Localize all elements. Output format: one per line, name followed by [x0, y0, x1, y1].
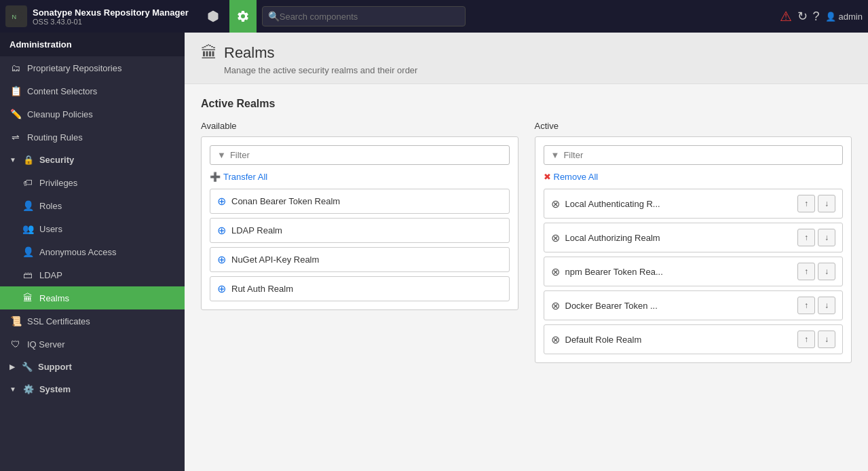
search-input[interactable]	[280, 12, 459, 22]
help-icon[interactable]: ?	[813, 10, 820, 24]
move-down-btn-1[interactable]: ↓	[818, 229, 835, 246]
page-header: 🏛 Realms Manage the active security real…	[185, 33, 868, 84]
sidebar-item-anonymous-access[interactable]: 👤 Anonymous Access	[0, 240, 185, 263]
move-btns-2: ↑ ↓	[797, 263, 835, 280]
remove-all-icon: ✖	[544, 172, 551, 182]
sidebar-item-iq-server[interactable]: 🛡 IQ Server	[0, 333, 185, 356]
topnav-right: ⚠ ↻ ? 👤 admin	[780, 8, 863, 24]
available-box: ▼ ➕ Transfer All ⊕ Conan Bearer Token Re…	[201, 136, 518, 310]
sidebar-label-iq-server: IQ Server	[27, 339, 65, 350]
sidebar-label-anonymous-access: Anonymous Access	[39, 247, 116, 257]
page-body: Active Realms Available ▼ ➕	[185, 84, 868, 377]
sidebar: Administration 🗂 Proprietary Repositorie…	[0, 33, 185, 471]
list-item: ⊕ Conan Bearer Token Realm	[210, 189, 510, 214]
anonymous-access-icon: 👤	[22, 246, 34, 257]
sidebar-item-proprietary-repositories[interactable]: 🗂 Proprietary Repositories	[0, 56, 185, 79]
transfer-all-link[interactable]: ➕ Transfer All	[210, 172, 510, 182]
refresh-icon[interactable]: ↻	[797, 9, 808, 24]
add-icon-1[interactable]: ⊕	[217, 224, 226, 237]
app-logo: N	[5, 5, 27, 27]
move-up-btn-2[interactable]: ↑	[797, 263, 815, 280]
active-box: ▼ ✖ Remove All ⊗ Local Authenticating R.…	[535, 136, 852, 363]
transfer-all-icon: ➕	[210, 172, 221, 182]
move-up-btn-1[interactable]: ↑	[797, 229, 815, 246]
remove-icon-2[interactable]: ⊗	[551, 265, 560, 278]
box-icon-button[interactable]	[200, 0, 227, 33]
main-content: 🏛 Realms Manage the active security real…	[185, 33, 868, 471]
remove-all-link[interactable]: ✖ Remove All	[544, 172, 844, 182]
error-icon[interactable]: ⚠	[780, 8, 792, 24]
list-item: ⊗ Local Authenticating R... ↑ ↓	[544, 189, 844, 219]
realm-name-npm: npm Bearer Token Rea...	[565, 267, 793, 277]
remove-icon-3[interactable]: ⊗	[551, 299, 560, 312]
list-item: ⊗ Docker Bearer Token ... ↑ ↓	[544, 290, 844, 320]
add-icon-0[interactable]: ⊕	[217, 195, 226, 208]
sidebar-item-routing-rules[interactable]: ⇌ Routing Rules	[0, 126, 185, 149]
add-icon-2[interactable]: ⊕	[217, 253, 226, 266]
sidebar-label-ldap: LDAP	[39, 270, 62, 280]
cleanup-policies-icon: ✏️	[10, 109, 22, 119]
move-down-btn-2[interactable]: ↓	[818, 263, 835, 280]
iq-server-icon: 🛡	[10, 339, 22, 350]
active-filter-input[interactable]	[563, 150, 835, 160]
sidebar-item-users[interactable]: 👥 Users	[0, 217, 185, 240]
content-selectors-icon: 📋	[10, 86, 22, 96]
sidebar-item-realms[interactable]: 🏛 Realms	[0, 286, 185, 309]
sidebar-item-roles[interactable]: 👤 Roles	[0, 194, 185, 217]
username-label: admin	[839, 12, 863, 22]
roles-icon: 👤	[22, 200, 34, 211]
realms-icon: 🏛	[22, 293, 34, 303]
page-header-title: 🏛 Realms	[201, 43, 852, 62]
ldap-icon: 🗃	[22, 269, 34, 280]
sidebar-label-content-selectors: Content Selectors	[27, 86, 97, 96]
sidebar-group-system[interactable]: ▼ ⚙️ System	[0, 378, 185, 400]
available-filter-input[interactable]	[230, 150, 502, 160]
move-btns-3: ↑ ↓	[797, 297, 835, 314]
sidebar-item-ssl-certificates[interactable]: 📜 SSL Certificates	[0, 309, 185, 333]
gear-icon-button[interactable]	[229, 0, 257, 33]
move-down-btn-3[interactable]: ↓	[818, 297, 835, 314]
list-item: ⊕ NuGet API-Key Realm	[210, 247, 510, 272]
security-group-icon: 🔒	[23, 155, 34, 165]
add-icon-3[interactable]: ⊕	[217, 282, 226, 295]
sidebar-item-cleanup-policies[interactable]: ✏️ Cleanup Policies	[0, 102, 185, 126]
move-up-btn-3[interactable]: ↑	[797, 297, 815, 314]
active-label: Active	[535, 121, 852, 131]
sidebar-item-support[interactable]: ▶ 🔧 Support	[0, 356, 185, 378]
realms-layout: Available ▼ ➕ Transfer All	[201, 121, 852, 363]
support-icon: 🔧	[22, 362, 33, 372]
move-up-btn-0[interactable]: ↑	[797, 195, 815, 212]
proprietary-repos-icon: 🗂	[10, 62, 22, 73]
remove-icon-1[interactable]: ⊗	[551, 231, 560, 244]
users-icon: 👥	[22, 223, 34, 234]
app-version: OSS 3.43.0-01	[33, 18, 189, 26]
sidebar-item-ldap[interactable]: 🗃 LDAP	[0, 263, 185, 286]
list-item: ⊗ Local Authorizing Realm ↑ ↓	[544, 223, 844, 252]
list-item: ⊗ npm Bearer Token Rea... ↑ ↓	[544, 257, 844, 286]
search-icon: 🔍	[268, 11, 280, 22]
privileges-icon: 🏷	[22, 177, 34, 188]
user-menu[interactable]: 👤 admin	[825, 12, 863, 22]
remove-icon-0[interactable]: ⊗	[551, 197, 560, 210]
move-btns-1: ↑ ↓	[797, 229, 835, 246]
security-group-arrow: ▼	[10, 156, 16, 164]
search-box[interactable]: 🔍	[262, 6, 466, 26]
topnav-icons	[200, 0, 257, 33]
active-filter-input-wrapper[interactable]: ▼	[544, 145, 844, 165]
available-items: ⊕ Conan Bearer Token Realm ⊕ LDAP Realm …	[210, 189, 510, 301]
sidebar-item-privileges[interactable]: 🏷 Privileges	[0, 171, 185, 194]
realm-name-local-authz: Local Authorizing Realm	[565, 233, 793, 243]
sidebar-label-users: Users	[39, 224, 62, 234]
routing-rules-icon: ⇌	[10, 132, 22, 143]
move-down-btn-4[interactable]: ↓	[818, 331, 835, 348]
sidebar-label-system: System	[39, 384, 71, 394]
move-up-btn-4[interactable]: ↑	[797, 331, 815, 348]
available-filter-input-wrapper[interactable]: ▼	[210, 145, 510, 165]
sidebar-label-cleanup-policies: Cleanup Policies	[27, 109, 93, 119]
page-title-icon: 🏛	[201, 43, 217, 62]
sidebar-item-content-selectors[interactable]: 📋 Content Selectors	[0, 79, 185, 102]
list-item: ⊕ LDAP Realm	[210, 218, 510, 243]
move-down-btn-0[interactable]: ↓	[818, 195, 835, 212]
remove-icon-4[interactable]: ⊗	[551, 333, 560, 346]
sidebar-group-security[interactable]: ▼ 🔒 Security	[0, 149, 185, 171]
